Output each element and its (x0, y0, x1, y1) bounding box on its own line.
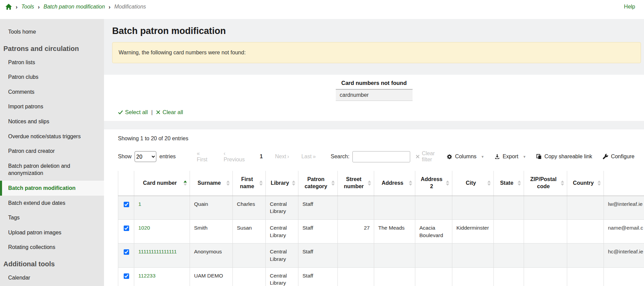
copy-shareable-link-button[interactable]: Copy shareable link (536, 154, 592, 160)
cell-card-number: 1 (134, 196, 190, 219)
pagination-next[interactable]: Next › (275, 154, 289, 160)
select-all-link[interactable]: Select all (118, 109, 148, 115)
breadcrumb-link-batch-patron-modification[interactable]: Batch patron modification (43, 4, 105, 10)
sidebar-section-additional-tools: Additional tools (0, 255, 104, 270)
pagination-last[interactable]: Last » (301, 154, 316, 160)
column-header-library[interactable]: Library (266, 171, 298, 196)
check-icon (118, 110, 123, 115)
sidebar-item-rotating-collections[interactable]: Rotating collections (0, 240, 104, 255)
sort-asc-arrow (409, 181, 412, 183)
cell-state (494, 244, 524, 267)
sidebar-item-patron-clubs[interactable]: Patron clubs (0, 70, 104, 85)
clear-all-link[interactable]: Clear all (156, 109, 183, 115)
column-header-address[interactable]: Address (374, 171, 415, 196)
sidebar-item-patron-card-creator[interactable]: Patron card creator (0, 144, 104, 159)
column-header-state[interactable]: State (494, 171, 524, 196)
help-link[interactable]: Help (624, 3, 635, 10)
sort-desc-arrow (597, 184, 601, 186)
sidebar-item-batch-extend-due-dates[interactable]: Batch extend due dates (0, 196, 104, 211)
breadcrumb-separator: › (38, 4, 40, 10)
configure-button[interactable]: Configure (603, 154, 634, 160)
breadcrumb-home[interactable] (5, 4, 12, 10)
sort-icon (487, 181, 491, 186)
sidebar-item-upload-patron-images[interactable]: Upload patron images (0, 225, 104, 240)
wrench-icon (603, 154, 608, 160)
breadcrumb-link-tools[interactable]: Tools (21, 4, 34, 10)
not-found-value: cardnumber (336, 90, 413, 101)
sidebar-item-comments[interactable]: Comments (0, 85, 104, 100)
pagination-current-page[interactable]: 1 (260, 154, 263, 160)
column-header-primary-email[interactable]: Primary email (604, 171, 644, 196)
sort-asc-arrow (292, 181, 295, 183)
cell-surname: UAM DEMO (190, 267, 233, 286)
pagination-previous[interactable]: ‹ Previous (224, 150, 247, 163)
column-header-address-2[interactable]: Address 2 (415, 171, 452, 196)
sort-desc-arrow (259, 184, 263, 186)
cell-zip-postal-code (524, 267, 567, 286)
cell-state (494, 196, 524, 219)
sort-icon (409, 181, 412, 186)
column-header-country[interactable]: Country (567, 171, 604, 196)
sidebar-item-batch-patron-deletion-and-anonymization[interactable]: Batch patron deletion and anonymization (0, 159, 104, 181)
sort-desc-arrow (561, 184, 564, 186)
row-select-cell (118, 196, 134, 219)
cell-surname: Anonymous (190, 244, 233, 267)
pagination: « First ‹ Previous 1 Next › Last » (197, 150, 316, 163)
sidebar-item-batch-patron-modification[interactable]: Batch patron modification (0, 181, 104, 196)
sidebar-item-import-patrons[interactable]: Import patrons (0, 99, 104, 114)
export-button[interactable]: Export ▼ (494, 154, 526, 160)
pagination-first[interactable]: « First (197, 150, 211, 163)
column-header-patron-category[interactable]: Patron category (298, 171, 338, 196)
download-icon (494, 154, 500, 159)
card-number-link[interactable]: 1 (138, 201, 141, 207)
sidebar-item-notices-and-slips[interactable]: Notices and slips (0, 114, 104, 129)
cell-primary-email: name@email.c (604, 219, 644, 243)
table-row: 1020SmithSusanCentral LibraryStaff27The … (118, 219, 644, 243)
cell-address-2: Acacia Boulevard (415, 219, 452, 243)
column-label: Library (271, 180, 289, 186)
column-header-street-number[interactable]: Street number (338, 171, 374, 196)
sort-asc-arrow (226, 181, 230, 183)
sidebar-item-calendar[interactable]: Calendar (0, 270, 104, 285)
cell-first-name: Susan (233, 219, 266, 243)
page-size-select[interactable]: 20 (135, 151, 156, 162)
cell-city: Kidderminster (452, 219, 494, 243)
column-header-surname[interactable]: Surname (190, 171, 233, 196)
sidebar-item-tags[interactable]: Tags (0, 210, 104, 225)
search-label: Search: (331, 154, 349, 160)
card-number-link[interactable]: 1020 (138, 225, 150, 231)
cell-address-2 (415, 267, 452, 286)
column-header-card-number[interactable]: Card number (134, 171, 190, 196)
row-checkbox[interactable] (124, 226, 129, 231)
card-number-link[interactable]: 111111111111111 (138, 249, 177, 254)
sidebar: Tools homePatrons and circulationPatron … (0, 19, 104, 286)
cell-city (452, 267, 494, 286)
row-checkbox[interactable] (124, 202, 129, 207)
cell-state (494, 219, 524, 243)
breadcrumb-bar: ›Tools›Batch patron modification›Modific… (0, 0, 644, 19)
sidebar-item-overdue-notice-status-triggers[interactable]: Overdue notice/status triggers (0, 129, 104, 144)
cell-primary-email: hc@interleaf.ie (604, 244, 644, 267)
home-icon (5, 4, 12, 10)
column-header-zip-postal-code[interactable]: ZIP/Postal code (524, 171, 567, 196)
sidebar-item-tools-home[interactable]: Tools home (0, 24, 104, 39)
column-header-city[interactable]: City (452, 171, 494, 196)
row-checkbox[interactable] (124, 249, 129, 255)
column-header-first-name[interactable]: First name (233, 171, 266, 196)
sidebar-item-patron-lists[interactable]: Patron lists (0, 55, 104, 70)
columns-button[interactable]: Columns ▼ (447, 154, 484, 160)
row-checkbox[interactable] (124, 273, 129, 279)
search-input[interactable] (352, 151, 410, 162)
table-row: 111111111111111AnonymousCentral LibraryS… (118, 244, 644, 267)
sort-desc-arrow (292, 184, 295, 186)
cell-street-number: 27 (338, 219, 374, 243)
sort-asc-arrow (184, 181, 187, 183)
cell-address (374, 196, 415, 219)
sort-desc-arrow (487, 184, 491, 186)
sort-desc-arrow (226, 184, 230, 186)
cell-primary-email (604, 267, 644, 286)
results-panel: Showing 1 to 20 of 20 entries Show 20 en… (104, 129, 644, 286)
clear-filter-button[interactable]: Clear filter (416, 150, 447, 163)
sort-icon (368, 181, 371, 186)
card-number-link[interactable]: 112233 (138, 273, 156, 279)
